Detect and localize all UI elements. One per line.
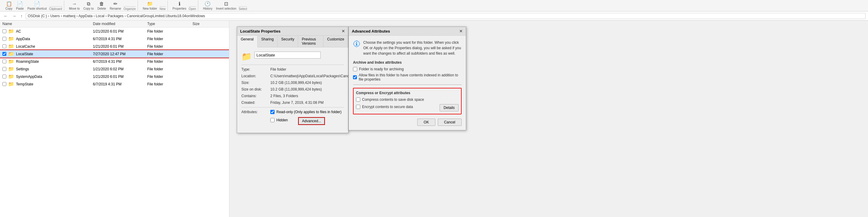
archive-checkbox-row: Folder is ready for archiving	[353, 67, 462, 71]
row-checkbox[interactable]	[2, 37, 6, 41]
row-checkbox[interactable]	[2, 29, 6, 33]
archive-checkbox[interactable]	[353, 67, 357, 71]
prop-divider-1	[241, 65, 344, 65]
readonly-row: Read-only (Only applies to files in fold…	[270, 110, 342, 114]
folder-icon: 📁	[8, 81, 14, 87]
delete-button[interactable]: 🗑 Delete	[96, 1, 107, 11]
paste-button[interactable]: 📄 Paste	[15, 0, 25, 11]
row-checkbox[interactable]	[2, 59, 6, 63]
file-name-cell: 📁 Settings	[2, 66, 93, 72]
table-row[interactable]: 📁 LocalCache 1/21/2020 6:01 PM File fold…	[0, 42, 229, 50]
advanced-dialog: Advanced Attributes ✕ 🛈 Choose the setti…	[348, 27, 466, 130]
row-checkbox[interactable]	[2, 67, 6, 71]
table-row[interactable]: 📁 LocalState 7/27/2020 12:47 PM File fol…	[0, 50, 229, 58]
new-folder-label: New folder	[143, 7, 157, 10]
folder-icon-row: 📁	[241, 52, 344, 62]
tab-security[interactable]: Security	[278, 36, 298, 47]
size-label: Size:	[241, 81, 269, 85]
index-label: Allow files in this folder to have conte…	[359, 73, 462, 82]
readonly-checkbox[interactable]	[270, 110, 275, 114]
tab-previous-versions[interactable]: Previous Versions	[298, 36, 323, 47]
col-date[interactable]: Date modified	[93, 22, 147, 26]
hidden-checkbox[interactable]	[270, 118, 275, 122]
row-checkbox[interactable]	[2, 74, 6, 79]
file-type: File folder	[147, 74, 192, 79]
properties-tabs: General Sharing Security Previous Versio…	[237, 36, 348, 48]
file-name-cell: 📁 LocalState	[2, 51, 93, 57]
created-label: Created:	[241, 100, 269, 105]
copy-button[interactable]: 📋 Copy	[4, 0, 13, 11]
contains-value: 2 Files, 3 Folders	[270, 94, 344, 98]
properties-dialog: LocalState Properties ✕ General Sharing …	[237, 27, 348, 133]
advanced-info: 🛈 Choose the settings you want for this …	[353, 40, 462, 56]
tab-customize[interactable]: Customize	[323, 36, 348, 47]
location-value: C:\Users\mattwoj\AppData\Local\Packages\…	[270, 74, 354, 78]
advanced-cancel-button[interactable]: Cancel	[438, 119, 462, 126]
tab-sharing[interactable]: Sharing	[258, 36, 278, 47]
copy-to-icon: ⧉	[87, 1, 90, 7]
open-group-label: Open	[189, 6, 196, 10]
advanced-ok-button[interactable]: OK	[417, 119, 435, 126]
location-field: Location: C:\Users\mattwoj\AppData\Local…	[241, 74, 344, 78]
compress-checkbox-row: Compress contents to save disk space	[356, 97, 459, 102]
table-row[interactable]: 📁 AC 1/21/2020 6:01 PM File folder	[0, 28, 229, 35]
row-checkbox[interactable]	[2, 52, 6, 56]
col-name[interactable]: Name	[2, 22, 93, 26]
row-checkbox[interactable]	[2, 82, 6, 86]
toolbar: 📋 Copy 📄 Paste 📄 Paste shortcut Clipboar…	[0, 0, 868, 11]
select-group: 🕐 History ⊡ Invert selection Select	[200, 1, 249, 10]
index-checkbox[interactable]	[353, 75, 357, 80]
col-size[interactable]: Size	[192, 22, 223, 26]
table-row[interactable]: 📁 SystemAppData 1/21/2020 6:01 PM File f…	[0, 73, 229, 80]
col-type[interactable]: Type	[147, 22, 192, 26]
row-checkbox[interactable]	[2, 44, 6, 48]
file-name-text: LocalCache	[16, 44, 35, 49]
new-folder-button[interactable]: 📁 New folder	[142, 0, 158, 11]
file-type: File folder	[147, 52, 192, 56]
table-row[interactable]: 📁 RoamingState 6/7/2019 4:31 PM File fol…	[0, 58, 229, 65]
type-label: Type:	[241, 67, 269, 71]
organize-group: → Move to ⧉ Copy to 🗑 Delete ✏ Rename Or…	[66, 1, 138, 10]
encrypt-checkbox[interactable]	[356, 105, 360, 109]
size-on-disk-field: Size on disk: 10.2 GB (11,008,999,424 by…	[241, 87, 344, 91]
file-name-text: LocalState	[16, 52, 33, 56]
details-button[interactable]: Details	[440, 104, 459, 112]
attributes-label: Attributes:	[241, 110, 269, 126]
table-row[interactable]: 📁 TempState 6/7/2019 4:31 PM File folder	[0, 80, 229, 88]
copy-to-button[interactable]: ⧉ Copy to	[82, 1, 95, 11]
contains-label: Contains:	[241, 94, 269, 98]
tab-general[interactable]: General	[237, 36, 258, 48]
move-to-icon: →	[72, 1, 76, 7]
encrypt-label: Encrypt contents to secure data	[362, 105, 413, 109]
properties-close-button[interactable]: ✕	[342, 29, 345, 33]
file-type: File folder	[147, 37, 192, 41]
properties-title: LocalState Properties	[240, 29, 281, 33]
copy-label: Copy	[5, 7, 12, 10]
up-button[interactable]: ↑	[19, 13, 24, 19]
properties-body: 📁 Type: File folder Location: C:\Users\m…	[237, 48, 348, 133]
folder-icon: 📁	[8, 28, 14, 34]
compress-checkbox[interactable]	[356, 97, 360, 102]
paste-shortcut-button[interactable]: 📄 Paste shortcut	[26, 0, 48, 11]
folder-icon: 📁	[8, 59, 14, 64]
clipboard-group-label: Clipboard	[49, 6, 62, 10]
properties-icon: ℹ	[179, 1, 180, 7]
file-name-cell: 📁 AC	[2, 28, 93, 34]
file-list: Name Date modified Type Size 📁 AC 1/21/2…	[0, 21, 229, 217]
advanced-button[interactable]: Advanced...	[299, 118, 324, 124]
address-path[interactable]: OSDisk (C:) › Users › mattwoj › AppData …	[26, 13, 866, 19]
rename-button[interactable]: ✏ Rename	[108, 0, 123, 11]
table-row[interactable]: 📁 Settings 1/21/2020 6:02 PM File folder	[0, 65, 229, 73]
history-button[interactable]: 🕐 History	[202, 0, 214, 11]
table-row[interactable]: 📁 AppData 6/7/2019 4:31 PM File folder	[0, 35, 229, 42]
properties-button[interactable]: ℹ Properties	[172, 0, 188, 11]
invert-selection-button[interactable]: ⊡ Invert selection	[215, 0, 238, 11]
back-button[interactable]: ←	[2, 13, 9, 19]
compress-section-label: Compress or Encrypt attributes	[356, 91, 459, 95]
type-value: File folder	[270, 67, 344, 71]
folder-name-input[interactable]	[254, 52, 321, 59]
move-to-button[interactable]: → Move to	[68, 1, 81, 11]
forward-button[interactable]: →	[11, 13, 18, 19]
properties-label: Properties	[173, 7, 186, 10]
advanced-close-button[interactable]: ✕	[459, 29, 463, 33]
